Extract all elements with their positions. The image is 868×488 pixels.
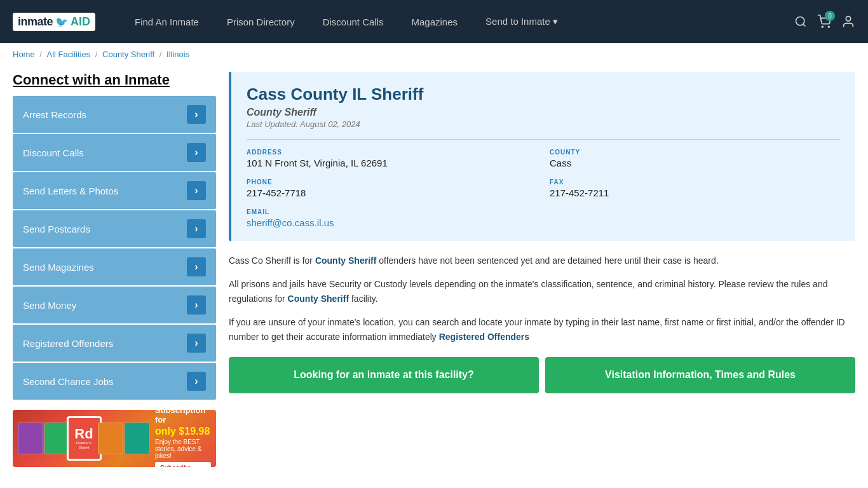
cart-button[interactable]: 0 [817, 15, 831, 29]
nav-send-to-inmate[interactable]: Send to Inmate ▾ [471, 0, 572, 43]
sidebar-item-discount-calls[interactable]: Discount Calls › [13, 134, 216, 171]
description: Cass Co Sheriff is for County Sheriff of… [229, 254, 855, 344]
county-sheriff-link-2[interactable]: County Sheriff [288, 294, 349, 304]
sidebar-item-send-magazines[interactable]: Send Magazines › [13, 248, 216, 285]
registered-offenders-link[interactable]: Registered Offenders [439, 332, 529, 342]
county-sheriff-link-1[interactable]: County Sheriff [315, 255, 376, 266]
nav-prison-directory[interactable]: Prison Directory [213, 0, 309, 43]
logo[interactable]: inmate 🐦 AID [13, 13, 95, 31]
facility-updated: Last Updated: August 02, 2024 [247, 119, 840, 129]
sidebar-item-label: Discount Calls [23, 147, 84, 158]
ad-subscribe-button[interactable]: Subscribe Now [155, 462, 211, 467]
nav-links: Find An Inmate Prison Directory Discount… [121, 0, 794, 43]
ad-cover-3: Rd Reader'sDigest [71, 423, 97, 454]
facility-type: County Sheriff [247, 107, 840, 118]
main-content: Cass County IL Sheriff County Sheriff La… [229, 72, 855, 467]
sidebar-item-send-letters[interactable]: Send Letters & Photos › [13, 172, 216, 209]
ad-content: 1 Year Subscription for only $19.98 Enjo… [155, 410, 211, 467]
search-button[interactable] [794, 15, 807, 28]
navbar: inmate 🐦 AID Find An Inmate Prison Direc… [0, 0, 868, 43]
email-link[interactable]: sheriff@co.cass.il.us [247, 217, 334, 228]
nav-icons: 0 [794, 15, 855, 29]
ad-rd-subtext: Reader'sDigest [76, 441, 92, 450]
visitation-info-button[interactable]: Visitation Information, Times and Rules [545, 357, 855, 393]
nav-find-inmate[interactable]: Find An Inmate [121, 0, 213, 43]
fax-value: 217-452-7211 [550, 187, 840, 198]
looking-for-inmate-button[interactable]: Looking for an inmate at this facility? [229, 357, 539, 393]
sidebar-item-label: Send Letters & Photos [23, 186, 118, 196]
chevron-right-icon: › [187, 372, 206, 391]
sidebar-item-label: Arrest Records [23, 109, 86, 120]
chevron-right-icon: › [187, 295, 206, 315]
logo-aid-text: AID [71, 15, 90, 29]
chevron-right-icon: › [187, 105, 206, 124]
address-group: ADDRESS 101 N Front St, Virginia, IL 626… [247, 149, 537, 168]
svg-line-1 [803, 24, 806, 27]
sidebar-item-registered-offenders[interactable]: Registered Offenders › [13, 325, 216, 362]
chevron-right-icon: › [187, 257, 206, 276]
logo-bird-icon: 🐦 [55, 16, 68, 28]
ad-tagline: 1 Year Subscription for [155, 410, 211, 424]
chevron-right-icon: › [187, 334, 206, 353]
svg-point-0 [796, 17, 804, 25]
user-icon [841, 15, 855, 29]
advertisement[interactable]: Rd Reader'sDigest 1 Year Subscription fo… [13, 410, 216, 467]
phone-group: PHONE 217-452-7718 [247, 179, 537, 198]
cart-badge: 0 [825, 11, 835, 21]
breadcrumb-state[interactable]: Illinois [166, 50, 189, 59]
sidebar-item-label: Send Money [23, 300, 76, 311]
address-label: ADDRESS [247, 149, 537, 156]
phone-label: PHONE [247, 179, 537, 186]
sidebar-item-label: Send Magazines [23, 262, 94, 273]
description-para1: Cass Co Sheriff is for County Sheriff of… [229, 254, 855, 268]
breadcrumb-home[interactable]: Home [13, 50, 35, 59]
nav-magazines[interactable]: Magazines [398, 0, 472, 43]
svg-point-2 [822, 26, 823, 27]
address-value: 101 N Front St, Virginia, IL 62691 [247, 158, 537, 168]
bottom-buttons: Looking for an inmate at this facility? … [229, 357, 855, 393]
ad-enjoy: Enjoy the BEST stories, advice & jokes! [155, 438, 211, 459]
svg-point-3 [828, 26, 829, 27]
sidebar-item-second-chance-jobs[interactable]: Second Chance Jobs › [13, 363, 216, 400]
county-group: COUNTY Cass [550, 149, 840, 168]
ad-cover-4 [98, 423, 123, 454]
fax-label: FAX [550, 179, 840, 186]
sidebar-item-arrest-records[interactable]: Arrest Records › [13, 96, 216, 133]
county-label: COUNTY [550, 149, 840, 156]
county-value: Cass [550, 158, 840, 168]
chevron-right-icon: › [187, 181, 206, 200]
chevron-right-icon: › [187, 143, 206, 162]
fax-group: FAX 217-452-7211 [550, 179, 840, 198]
breadcrumb-all-facilities[interactable]: All Facilities [47, 50, 91, 59]
sidebar-item-send-money[interactable]: Send Money › [13, 287, 216, 323]
facility-card: Cass County IL Sheriff County Sheriff La… [229, 72, 855, 241]
sidebar: Connect with an Inmate Arrest Records › … [13, 72, 216, 467]
svg-point-4 [846, 17, 850, 21]
ad-cover-1 [18, 423, 43, 454]
sidebar-item-label: Registered Offenders [23, 338, 113, 349]
ad-cover-5 [125, 423, 150, 454]
sidebar-item-label: Send Postcards [23, 224, 90, 234]
description-para3: If you are unsure of your inmate's locat… [229, 315, 855, 344]
chevron-right-icon: › [187, 219, 206, 238]
facility-details: ADDRESS 101 N Front St, Virginia, IL 626… [247, 139, 840, 228]
ad-price: only $19.98 [155, 426, 211, 437]
email-label: EMAIL [247, 208, 840, 215]
breadcrumb-county-sheriff[interactable]: County Sheriff [102, 50, 154, 59]
description-para2: All prisons and jails have Security or C… [229, 277, 855, 306]
facility-name: Cass County IL Sheriff [247, 85, 840, 104]
ad-rd-logo-text: Rd [74, 427, 93, 441]
email-value: sheriff@co.cass.il.us [247, 217, 840, 228]
sidebar-title: Connect with an Inmate [13, 72, 216, 88]
search-icon [794, 15, 807, 28]
logo-inmate-text: inmate [18, 15, 53, 29]
phone-value: 217-452-7718 [247, 187, 537, 198]
sidebar-item-send-postcards[interactable]: Send Postcards › [13, 210, 216, 247]
breadcrumb: Home / All Facilities / County Sheriff /… [0, 43, 868, 65]
nav-discount-calls[interactable]: Discount Calls [309, 0, 398, 43]
user-button[interactable] [841, 15, 855, 29]
sidebar-item-label: Second Chance Jobs [23, 376, 114, 387]
email-group: EMAIL sheriff@co.cass.il.us [247, 208, 840, 228]
